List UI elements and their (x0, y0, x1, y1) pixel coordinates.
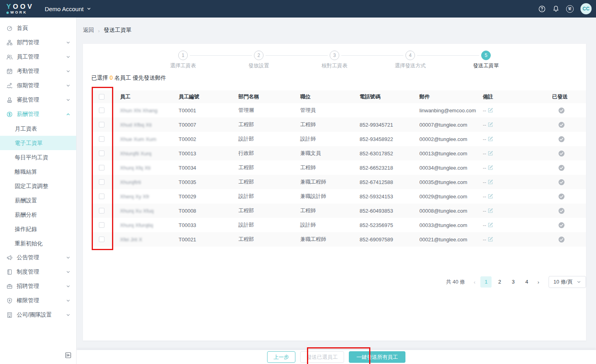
sidebar-item-calendar[interactable]: 考勤管理 (0, 64, 76, 78)
sidebar-subitem[interactable]: 電子工資單 (0, 136, 76, 150)
prev-page-icon[interactable]: ‹ (470, 276, 479, 288)
sidebar-item-people[interactable]: 員工管理 (0, 50, 76, 64)
send-all-button[interactable]: 一鍵發送所有員工 (349, 351, 405, 363)
sidebar-subitem[interactable]: 每日平均工資 (0, 150, 76, 164)
table-row: XhurqftrtiT00035工程部兼職工程師852-674125880003… (91, 175, 586, 189)
sidebar-subitem[interactable]: 重新初始化 (0, 236, 76, 250)
next-page-icon[interactable]: › (533, 276, 543, 288)
step-circle: 2 (254, 51, 264, 60)
edit-remark-icon[interactable] (488, 122, 493, 127)
page-button-4[interactable]: 4 (521, 276, 532, 288)
step-connector (341, 55, 403, 56)
sidebar-item-briefcase[interactable]: 招聘管理 (0, 279, 76, 294)
sidebar-item-home[interactable]: 首頁 (0, 21, 76, 35)
table-row: Xhiurqfti XurqT00013行政部兼職文員852-630178520… (91, 146, 586, 160)
sidebar-subitem[interactable]: 固定工資調整 (0, 179, 76, 193)
edit-remark-icon[interactable] (488, 136, 493, 142)
sidebar-item-label: 公告管理 (17, 254, 39, 261)
edit-remark-icon[interactable] (488, 179, 493, 185)
employee-name: Xhun Xhi Xhang (120, 108, 179, 114)
selection-info: 已選擇0名員工 優先發送郵件 (91, 74, 586, 82)
employee-name: Xfei Jrit X (120, 237, 179, 243)
page-button-3[interactable]: 3 (507, 276, 519, 288)
book-icon (6, 269, 13, 276)
redacted-name: Xhud Xfbq Xti (120, 122, 152, 128)
account-switcher[interactable]: Demo Account (45, 6, 91, 12)
avatar[interactable]: CC (580, 3, 592, 14)
vacation-icon (6, 82, 13, 89)
collapse-sidebar-icon[interactable] (65, 352, 72, 359)
edit-remark-icon[interactable] (488, 222, 493, 228)
page-size-value: 10 條/頁 (553, 278, 572, 286)
action-bar: 上一步 發送已選員工 一鍵發送所有員工 (77, 350, 596, 364)
remark: -- (483, 122, 552, 128)
language-icon[interactable]: 繁 (566, 5, 574, 13)
department: 行政部 (238, 150, 300, 157)
people-icon (6, 54, 13, 61)
phone: 852-59324153 (360, 194, 419, 200)
chevron-down-icon (66, 313, 71, 317)
employee-name: Xhurq Xfurqtiq (120, 222, 179, 228)
employee-id: T00002 (179, 136, 238, 142)
row-checkbox[interactable] (99, 179, 104, 185)
page-button-1[interactable]: 1 (480, 276, 492, 288)
column-header: 員工 (120, 93, 179, 100)
remark-value: -- (483, 136, 486, 142)
column-header: 員工編號 (179, 93, 238, 100)
prev-step-button[interactable]: 上一步 (267, 351, 295, 363)
sidebar-subitem[interactable]: 離職結算 (0, 164, 76, 179)
sidebar-item-vacation[interactable]: 假期管理 (0, 78, 76, 93)
sidebar-item-shield[interactable]: 權限管理 (0, 294, 76, 308)
help-icon[interactable] (538, 5, 546, 13)
row-checkbox[interactable] (99, 222, 104, 228)
sidebar-subitem[interactable]: 薪酬分析 (0, 207, 76, 222)
row-checkbox[interactable] (99, 108, 104, 113)
account-name: Demo Account (45, 6, 84, 12)
home-icon (6, 25, 13, 32)
row-checkbox[interactable] (99, 237, 104, 242)
sidebar-item-org[interactable]: 部門管理 (0, 35, 76, 50)
redacted-name: Xfei Jrit X (120, 237, 142, 243)
sidebar-item-stamp[interactable]: 審批管理 (0, 93, 76, 107)
row-checkbox[interactable] (99, 194, 104, 199)
employee-id: T00001 (179, 108, 238, 114)
edit-remark-icon[interactable] (488, 208, 493, 213)
email: 00002@tunglee.com (419, 136, 483, 142)
edit-remark-icon[interactable] (488, 108, 493, 113)
page-button-2[interactable]: 2 (494, 276, 505, 288)
yoov-logo[interactable]: YOOV WORK (6, 3, 34, 14)
edit-remark-icon[interactable] (488, 151, 493, 156)
breadcrumb-separator: › (98, 28, 100, 34)
edit-remark-icon[interactable] (488, 165, 493, 170)
send-selected-button[interactable]: 發送已選員工 (300, 351, 344, 363)
sidebar-item-label: 權限管理 (17, 297, 39, 304)
breadcrumb-back[interactable]: 返回 (83, 27, 94, 34)
sidebar-item-dollar[interactable]: 薪酬管理 (0, 107, 76, 121)
edit-remark-icon[interactable] (488, 194, 493, 199)
remark-value: -- (483, 165, 486, 171)
sidebar-item-building[interactable]: 公司/團隊設置 (0, 308, 76, 322)
bell-icon[interactable] (553, 5, 559, 12)
row-checkbox[interactable] (99, 122, 104, 127)
row-checkbox[interactable] (99, 136, 104, 142)
sidebar-subitem[interactable]: 薪酬設置 (0, 193, 76, 207)
chevron-down-icon (87, 6, 91, 11)
row-checkbox[interactable] (99, 165, 104, 170)
edit-remark-icon[interactable] (488, 237, 493, 242)
selection-prefix: 已選擇 (91, 74, 108, 81)
select-all-checkbox[interactable] (99, 94, 104, 100)
employee-name: Xhud Xfbq Xti (120, 122, 179, 128)
page-size-select[interactable]: 10 條/頁 (549, 276, 586, 288)
sidebar-subitem[interactable]: 操作紀錄 (0, 222, 76, 236)
column-header: 電話號碼 (360, 93, 419, 100)
sidebar: 首頁部門管理員工管理考勤管理假期管理審批管理薪酬管理月工資表電子工資單每日平均工… (0, 18, 77, 364)
megaphone-icon (6, 254, 13, 261)
remark: -- (483, 108, 552, 114)
sidebar-item-megaphone[interactable]: 公告管理 (0, 250, 76, 265)
row-checkbox[interactable] (99, 208, 104, 213)
sidebar-subitem[interactable]: 月工資表 (0, 121, 76, 136)
step-label: 選擇工資表 (170, 62, 196, 69)
sidebar-item-book[interactable]: 制度管理 (0, 265, 76, 279)
row-checkbox[interactable] (99, 151, 104, 156)
shield-icon (6, 297, 13, 304)
